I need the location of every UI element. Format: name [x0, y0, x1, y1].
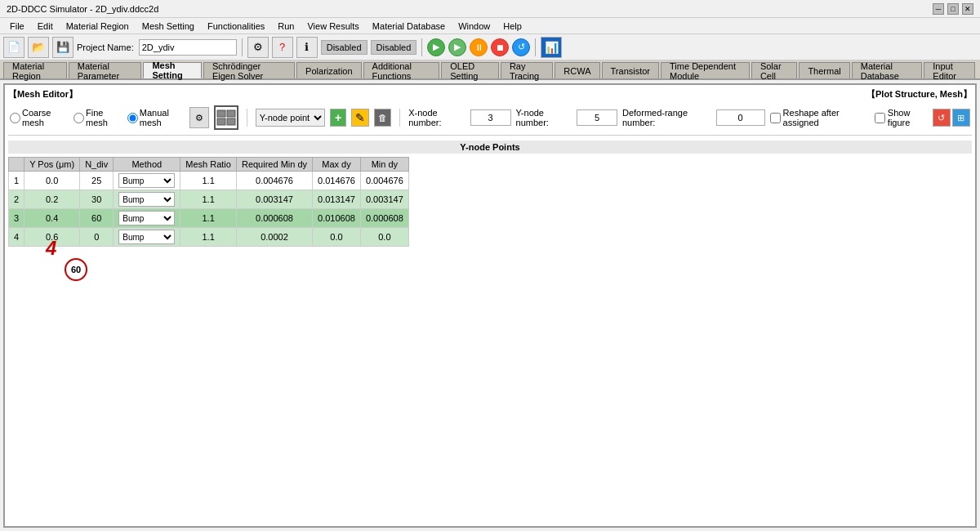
tab-thermal[interactable]: Thermal [799, 62, 849, 78]
new-button[interactable]: 📄 [3, 37, 24, 58]
svg-rect-2 [217, 118, 225, 125]
tab-polarization[interactable]: Polarization [296, 62, 361, 78]
menu-bar: File Edit Material Region Mesh Setting F… [0, 18, 980, 34]
menu-edit[interactable]: Edit [31, 20, 60, 33]
cell-mindy: 0.0 [360, 228, 408, 247]
tab-bar: Material Region Material Parameter Mesh … [0, 60, 980, 80]
col-ratio: Mesh Ratio [180, 158, 237, 172]
method-select[interactable]: Bump Linear Geometric [118, 192, 175, 207]
project-name-input[interactable] [139, 39, 237, 56]
cell-ratio: 1.1 [180, 228, 237, 247]
method-select[interactable]: Bump Linear Geometric [118, 230, 175, 244]
reshape-label[interactable]: Reshape after assigned [770, 108, 865, 127]
col-ypos: Y Pos (μm) [24, 158, 80, 172]
menu-functionalities[interactable]: Functionalities [201, 20, 271, 33]
menu-material-database[interactable]: Material Database [366, 20, 452, 33]
save-button[interactable]: 💾 [52, 37, 74, 58]
plot-panel-title: 【Plot Structure, Mesh】 [866, 88, 972, 100]
method-select[interactable]: Bump Linear Geometric [118, 173, 175, 188]
tab-schrodinger[interactable]: Schrödinger Eigen Solver [203, 62, 295, 78]
play-button[interactable]: ▶ [427, 38, 445, 56]
fine-mesh-label[interactable]: Fine mesh [74, 108, 121, 127]
deformed-input[interactable] [716, 109, 765, 126]
mesh-editor-title: 【Mesh Editor】 [8, 88, 78, 100]
menu-run[interactable]: Run [271, 20, 301, 33]
close-button[interactable]: ✕ [962, 3, 973, 15]
table-row[interactable]: 3 0.4 60 Bump Linear Geometric 1.1 0.000… [9, 209, 409, 228]
manual-mesh-label[interactable]: Manual mesh [127, 108, 185, 127]
cell-reqmindy: 0.000608 [236, 209, 312, 228]
show-figure-label[interactable]: Show figure [875, 108, 928, 127]
settings-button[interactable]: ⚙ [247, 37, 269, 58]
node-point-dropdown[interactable]: Y-node point X-node point [256, 109, 325, 127]
restart-button[interactable]: ↺ [512, 38, 530, 56]
delete-button[interactable]: 🗑 [374, 109, 391, 127]
coarse-mesh-radio[interactable] [10, 113, 20, 123]
cell-method[interactable]: Bump Linear Geometric [114, 228, 180, 247]
tab-material-database[interactable]: Material Database [852, 62, 923, 78]
info-button[interactable]: ℹ [296, 37, 318, 58]
cell-reqmindy: 0.003147 [236, 190, 312, 209]
tab-material-parameter[interactable]: Material Parameter [69, 62, 142, 78]
header-row: Y Pos (μm) N_div Method Mesh Ratio Requi… [9, 158, 409, 172]
tab-ray-tracing[interactable]: Ray Tracing [501, 62, 553, 78]
title-bar-text: 2D-DDCC Simulator - 2D_ydiv.ddcc2d [7, 4, 158, 14]
add-button[interactable]: + [330, 109, 347, 127]
tab-oled[interactable]: OLED Setting [441, 62, 499, 78]
menu-mesh-setting[interactable]: Mesh Setting [136, 20, 201, 33]
tab-input-editor[interactable]: Input Editor [924, 62, 975, 78]
ynode-label: Y-node number: [516, 108, 572, 127]
minimize-button[interactable]: ─ [933, 3, 944, 15]
cell-mindy: 0.000608 [360, 209, 408, 228]
menu-material-region[interactable]: Material Region [60, 20, 136, 33]
grid-button[interactable] [214, 105, 238, 130]
tab-rcwa[interactable]: RCWA [555, 62, 599, 78]
ynode-input[interactable] [577, 109, 617, 126]
restore-button[interactable]: □ [947, 3, 959, 15]
cell-ndiv: 30 [80, 190, 114, 209]
gear-button[interactable]: ⚙ [189, 107, 208, 128]
play2-button[interactable]: ▶ [448, 38, 466, 56]
cell-method[interactable]: Bump Linear Geometric [114, 172, 180, 190]
stop-button[interactable]: ⏹ [491, 38, 509, 56]
manual-mesh-radio[interactable] [127, 113, 138, 123]
cell-ratio: 1.1 [180, 190, 237, 209]
table-row[interactable]: 1 0.0 25 Bump Linear Geometric 1.1 0.004… [9, 172, 409, 190]
pause-button[interactable]: ⏸ [470, 38, 488, 56]
menu-view-results[interactable]: View Results [301, 20, 365, 33]
separator-3 [535, 38, 536, 56]
method-select[interactable]: Bump Linear Geometric [118, 211, 175, 225]
fine-mesh-radio[interactable] [74, 113, 84, 123]
tab-solar-cell[interactable]: Solar Cell [751, 62, 797, 78]
project-label: Project Name: [77, 42, 134, 52]
cell-ypos: 0.6 [24, 228, 80, 247]
xnode-label: X-node number: [408, 108, 465, 127]
coarse-mesh-label[interactable]: Coarse mesh [10, 108, 67, 127]
open-button[interactable]: 📂 [28, 37, 49, 58]
menu-help[interactable]: Help [497, 20, 528, 33]
tab-material-region[interactable]: Material Region [3, 62, 67, 78]
cell-method[interactable]: Bump Linear Geometric [114, 190, 180, 209]
menu-file[interactable]: File [3, 20, 31, 33]
reshape-checkbox[interactable] [770, 113, 781, 123]
table-row[interactable]: 2 0.2 30 Bump Linear Geometric 1.1 0.003… [9, 190, 409, 209]
cell-mindy: 0.004676 [360, 172, 408, 190]
grid-view-button[interactable]: ⊞ [952, 109, 970, 127]
show-figure-checkbox[interactable] [875, 113, 885, 123]
corner-buttons: ↺ ⊞ [933, 109, 970, 127]
cell-ndiv: 60 [80, 209, 114, 228]
tab-transistor[interactable]: Transistor [602, 62, 660, 78]
refresh-button[interactable]: ↺ [933, 109, 951, 127]
tab-mesh-setting[interactable]: Mesh Setting [143, 62, 202, 78]
cell-method[interactable]: Bump Linear Geometric [114, 209, 180, 228]
menu-window[interactable]: Window [452, 20, 497, 33]
chart-button[interactable]: 📊 [541, 37, 562, 58]
help-button[interactable]: ? [272, 37, 293, 58]
table-row[interactable]: 4 0.6 0 Bump Linear Geometric 1.1 0.0002… [9, 228, 409, 247]
col-ndiv: N_div [80, 158, 114, 172]
separator-2 [421, 38, 422, 56]
tab-additional[interactable]: Additional Functions [363, 62, 440, 78]
edit-button[interactable]: ✎ [351, 109, 369, 127]
xnode-input[interactable] [470, 109, 511, 126]
tab-time-dependent[interactable]: Time Dependent Module [661, 62, 750, 78]
